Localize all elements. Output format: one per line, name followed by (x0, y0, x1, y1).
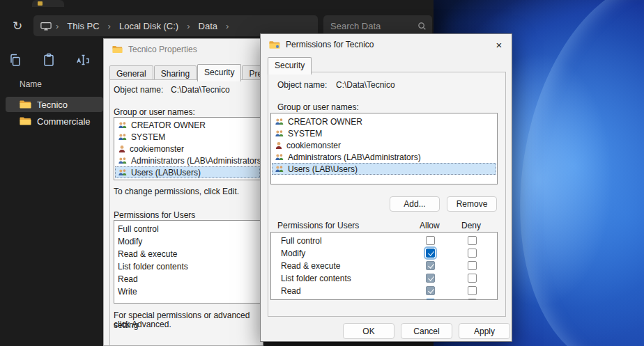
user-name: SYSTEM (131, 132, 165, 142)
dialog-title: Permissions for Tecnico (286, 40, 374, 49)
tab-security[interactable]: Security (268, 57, 312, 74)
apply-button[interactable]: Apply (459, 323, 510, 339)
user-icon (118, 145, 126, 153)
deny-checkbox-write[interactable] (468, 299, 477, 300)
copy-icon[interactable] (6, 50, 25, 70)
permission-row: Read (272, 285, 496, 297)
deny-checkbox-modify[interactable] (468, 249, 477, 258)
user-list-item-selected[interactable]: Users (LAB\Users) (272, 163, 496, 175)
permission-name: Write (281, 299, 300, 300)
user-list-item[interactable]: Administrators (LAB\Administrators) (272, 151, 496, 163)
ok-button[interactable]: OK (343, 323, 394, 339)
user-list-item[interactable]: SYSTEM (272, 127, 496, 139)
permissions-checkbox-list: Full control Modify Read & execute List … (270, 232, 498, 300)
refresh-button[interactable]: ↻ (8, 17, 26, 35)
user-list-item[interactable]: CREATOR OWNER (272, 116, 496, 127)
group-user-list: CREATOR OWNER SYSTEM cookiemonster Admin… (114, 117, 261, 180)
user-list-item[interactable]: Administrators (LAB\Administrators) (115, 155, 260, 166)
user-name: Users (LAB\Users) (131, 168, 201, 178)
permissions-tab-strip: Security (268, 57, 312, 74)
deny-column-header: Deny (461, 221, 481, 230)
permission-name: List folder contents (281, 274, 351, 283)
allow-checkbox-list-folder-contents[interactable] (426, 274, 435, 283)
permission-row: Write (272, 297, 496, 300)
deny-checkbox-read[interactable] (468, 286, 477, 295)
allow-checkbox-modify[interactable] (426, 249, 435, 258)
deny-checkbox-read-execute[interactable] (468, 261, 477, 270)
permission-row: Full control (272, 235, 496, 247)
permission-row: Read & execute (272, 260, 496, 272)
object-name-value: C:\Data\Tecnico (171, 85, 230, 95)
desktop: ↻ This PC Local Disk (C:) Data (0, 0, 644, 346)
user-name: cookiemonster (130, 144, 184, 154)
properties-dialog-titlebar[interactable]: Tecnico Properties (104, 39, 263, 60)
group-icon (275, 165, 284, 173)
group-icon (275, 153, 284, 161)
deny-checkbox-full-control[interactable] (468, 236, 477, 245)
tab-security[interactable]: Security (197, 64, 241, 81)
add-button[interactable]: Add... (390, 196, 440, 212)
explorer-tab[interactable] (32, 0, 64, 7)
allow-checkbox-read-execute[interactable] (426, 261, 435, 270)
permission-name: Modify (118, 237, 142, 246)
column-header-name[interactable]: Name (20, 79, 42, 89)
group-icon (275, 129, 284, 137)
group-user-names-label: Group or user names: (277, 102, 359, 112)
folder-icon (20, 100, 31, 109)
group-user-list: CREATOR OWNER SYSTEM cookiemonster Admin… (270, 113, 498, 184)
permission-name: Read (281, 286, 301, 296)
breadcrumb-chevron-icon (185, 21, 191, 31)
permission-item: Write (115, 285, 260, 297)
group-icon (118, 121, 128, 129)
permission-item: List folder contents (115, 260, 260, 272)
permissions-dialog-titlebar[interactable]: Permissions for Tecnico (261, 34, 512, 55)
user-list-item[interactable]: CREATOR OWNER (115, 119, 260, 131)
breadcrumb-chevron-icon (224, 21, 230, 31)
user-list-item-selected[interactable]: Users (LAB\Users) (115, 166, 260, 178)
user-list-item[interactable]: cookiemonster (272, 139, 496, 151)
cancel-button[interactable]: Cancel (401, 323, 452, 339)
allow-checkbox-read[interactable] (426, 286, 435, 295)
folder-row-tecnico[interactable]: Tecnico (6, 97, 103, 112)
permission-name: Read (118, 274, 138, 284)
tab-general[interactable]: General (109, 65, 153, 81)
permission-item: Read (115, 273, 260, 285)
advanced-hint-line2: click Advanced. (114, 320, 171, 329)
permission-item: Read & execute (115, 248, 260, 260)
permission-name: Read & execute (118, 249, 177, 259)
this-pc-icon (40, 22, 52, 31)
deny-checkbox-list-folder-contents[interactable] (468, 274, 477, 283)
user-name: Administrators (LAB\Administrators) (131, 156, 261, 166)
user-list-item[interactable]: cookiemonster (115, 143, 260, 155)
group-icon (275, 118, 284, 125)
rename-icon[interactable] (73, 50, 93, 70)
tab-sharing[interactable]: Sharing (154, 65, 197, 81)
properties-dialog: Tecnico Properties GeneralSharingSecurit… (103, 38, 263, 346)
breadcrumb-data[interactable]: Data (193, 19, 223, 33)
permission-name: List folder contents (118, 262, 188, 272)
permissions-dialog: Permissions for Tecnico × Security Objec… (260, 33, 512, 342)
allow-column-header: Allow (420, 221, 440, 230)
dialog-title: Tecnico Properties (128, 45, 197, 54)
permissions-for-users-label: Permissions for Users (277, 221, 359, 230)
remove-button[interactable]: Remove (447, 196, 497, 212)
group-icon (118, 157, 128, 164)
user-name: SYSTEM (288, 129, 322, 139)
user-name: CREATOR OWNER (131, 120, 206, 130)
permission-name: Write (118, 287, 137, 297)
paste-icon[interactable] (39, 50, 59, 70)
permission-row: Modify (272, 247, 496, 260)
search-input[interactable] (330, 21, 417, 31)
user-list-item[interactable]: SYSTEM (115, 131, 260, 143)
close-icon[interactable]: × (489, 37, 509, 52)
breadcrumb-local-disk[interactable]: Local Disk (C:) (114, 19, 184, 33)
allow-checkbox-write[interactable] (426, 299, 435, 300)
folder-row-commerciale[interactable]: Commerciale (6, 113, 103, 129)
permission-item: Full control (115, 223, 260, 235)
permission-row: List folder contents (272, 272, 496, 285)
group-icon (118, 168, 128, 176)
allow-checkbox-full-control[interactable] (426, 236, 435, 245)
search-icon (417, 22, 427, 31)
object-name-label: Object name: (277, 80, 327, 90)
breadcrumb-this-pc[interactable]: This PC (61, 19, 105, 33)
